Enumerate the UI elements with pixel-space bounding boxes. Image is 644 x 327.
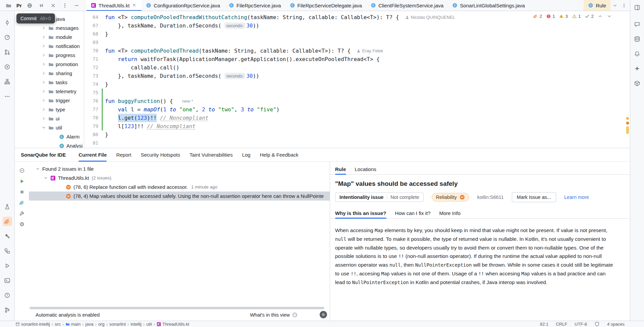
tree-item-ui[interactable]: ui [15, 114, 84, 123]
code-line-76[interactable]: 76fun buggyFunction() { new * [84, 97, 630, 105]
clear-icon[interactable] [18, 220, 26, 228]
breadcrumb-main[interactable]: main [65, 322, 80, 327]
commit-icon[interactable] [3, 18, 12, 27]
analyze-icon[interactable] [18, 166, 26, 174]
terminal-icon[interactable] [3, 276, 12, 285]
tree-item-sharing[interactable]: sharing [15, 69, 84, 78]
tree-item-module[interactable]: module [15, 33, 84, 42]
code-line-70[interactable]: 70fun <T> computeOnPooledThread(taskName… [84, 47, 630, 55]
tree-item-promotion[interactable]: promotion [15, 60, 84, 69]
tree-item-type[interactable]: type [15, 105, 84, 114]
error-stripe[interactable] [626, 11, 629, 148]
services-icon[interactable] [3, 246, 12, 256]
inspections-widget[interactable]: 21312 [533, 14, 612, 19]
close-icon[interactable] [49, 1, 58, 10]
chevron-right-icon[interactable] [42, 35, 48, 39]
file-tab-filerpcservicedelegate-java[interactable]: CFileRpcServiceDelegate.java [285, 0, 367, 11]
chevron-right-icon[interactable] [42, 26, 48, 30]
code-line-68[interactable]: 68} [84, 30, 630, 38]
dependencies-icon[interactable] [633, 78, 642, 88]
chevron-right-icon[interactable] [42, 62, 48, 66]
connected-mode-icon[interactable] [18, 199, 26, 207]
breadcrumb-sonarlint-intellij[interactable]: sonarlint-intellij [15, 322, 50, 327]
breadcrumb-org[interactable]: org [98, 322, 105, 327]
file-tab-sonarlintglobalsettings-java[interactable]: CSonarLintGlobalSettings.java [448, 0, 529, 11]
breadcrumb-threadutils-kt[interactable]: ThreadUtils.kt [157, 322, 189, 327]
globe-icon[interactable] [25, 1, 34, 10]
chevron-down-icon[interactable] [612, 3, 618, 8]
tree-item-telemetry[interactable]: telemetry [15, 87, 84, 96]
file-tab-configurationrpcservice-java[interactable]: CConfigurationRpcService.java [142, 0, 224, 11]
ai-assistant-icon[interactable] [633, 64, 642, 73]
chat-icon[interactable] [633, 19, 642, 29]
project-folder-icon[interactable] [4, 1, 13, 10]
code-author-hint[interactable]: Eray Felek [357, 47, 383, 55]
tree-item-alarm[interactable]: CAlarm [15, 132, 84, 141]
panel-tab-log[interactable]: Log [242, 148, 251, 161]
rule-tab-rule[interactable]: Rule [335, 164, 346, 174]
tree-item-util[interactable]: util [15, 123, 84, 132]
file-tab-clientfilesystemservice-java[interactable]: CClientFileSystemService.java [366, 0, 448, 11]
chevron-down-icon[interactable] [42, 125, 48, 130]
chevron-right-icon[interactable] [42, 107, 48, 112]
sonarqube-icon[interactable] [3, 217, 12, 226]
breadcrumb-java[interactable]: java [86, 322, 94, 327]
update-arrows-icon[interactable] [37, 1, 46, 10]
horizontal-scrollbar[interactable] [30, 307, 324, 309]
code-line-77[interactable]: 77 val l = mapOf(1 to "one", 2 to "two",… [84, 105, 630, 114]
notifications-icon[interactable] [633, 49, 642, 58]
error-icon-counter[interactable]: 1 [546, 14, 555, 19]
more-icon[interactable] [3, 92, 12, 101]
code-line-67[interactable]: 67 }, taskName, Duration.ofSeconds( seco… [84, 21, 630, 30]
panel-tab-security-hotspots[interactable]: Security Hotspots [141, 148, 180, 161]
editor-layout-icon[interactable] [633, 3, 642, 12]
detail-tab-more-info[interactable]: More Info [439, 208, 460, 218]
file-tab-filerpcservice-java[interactable]: CFileRpcService.java [224, 0, 285, 11]
chevron-right-icon[interactable] [42, 98, 48, 103]
panel-tab-help-feedback[interactable]: Help & Feedback [260, 148, 299, 161]
tree-item-tasks[interactable]: tasks [15, 78, 84, 87]
issue-row[interactable]: (78, 4) Map values should be accessed sa… [29, 192, 330, 201]
code-line-71[interactable]: 71 return waitForTask(ApplicationManager… [84, 55, 630, 63]
chevron-right-icon[interactable] [42, 44, 48, 48]
file-tab-threadutils-kt[interactable]: ThreadUtils.kt [87, 0, 142, 11]
detail-tab-how-can-i-fix-it[interactable]: How can I fix it? [395, 208, 431, 218]
chevron-right-icon[interactable] [42, 71, 48, 75]
pull-requests-icon[interactable] [3, 47, 12, 57]
code-editor[interactable]: 64fun <T> computeOnPooledThreadWithoutCa… [84, 11, 630, 148]
chevron-right-icon[interactable] [42, 89, 48, 94]
minimize-icon[interactable] [72, 1, 81, 10]
mark-issue-button[interactable]: Mark Issue as... [512, 192, 556, 202]
code-line-74[interactable]: 74} [84, 80, 630, 89]
learn-more-link[interactable]: Learn more [564, 195, 589, 200]
tree-item-progress[interactable]: progress [15, 51, 84, 60]
warning-icon-counter[interactable]: 3 [559, 14, 568, 19]
tree-item-messages[interactable]: messages [15, 23, 84, 33]
chevron-right-icon[interactable] [42, 53, 48, 57]
file-encoding[interactable]: UTF-8 [575, 322, 587, 327]
database-icon[interactable] [633, 34, 642, 44]
rule-tab-locations[interactable]: Locations [355, 164, 376, 174]
issues-file-row[interactable]: ThreadUtils.kt(2 issues) [29, 173, 330, 182]
kebab-icon[interactable] [61, 1, 69, 10]
structure-icon[interactable] [3, 77, 12, 86]
code-line-72[interactable]: 72 callable.call() [84, 63, 630, 72]
code-line-73[interactable]: 73 }, taskName, Duration.ofSeconds( seco… [84, 72, 630, 80]
indent-setting[interactable]: 4 spaces [607, 322, 625, 327]
code-line-80[interactable]: 80} [84, 130, 630, 139]
coverage-icon[interactable] [3, 62, 12, 71]
settings-icon[interactable] [18, 209, 26, 217]
breadcrumb-src[interactable]: src [55, 322, 60, 327]
breadcrumb-util[interactable]: util [146, 322, 152, 327]
issue-row[interactable]: (78, 6) Replace function call with index… [29, 182, 330, 192]
issues-summary-row[interactable]: Found 2 issues in 1 file [29, 164, 330, 173]
breadcrumb-sonarlint[interactable]: sonarlint [109, 322, 126, 327]
detail-tab-why-is-this-an-issue[interactable]: Why is this an issue? [335, 208, 386, 218]
code-author-hint[interactable]: new * [182, 97, 193, 105]
prev-issue-icon[interactable] [598, 14, 603, 19]
version-control-icon[interactable] [3, 305, 12, 315]
code-author-hint[interactable]: Nicolas QUINQUENEL [405, 13, 455, 21]
weak-warning-icon-counter[interactable]: 1 [572, 14, 581, 19]
science-icon[interactable] [3, 202, 12, 211]
build-icon[interactable] [3, 231, 12, 241]
